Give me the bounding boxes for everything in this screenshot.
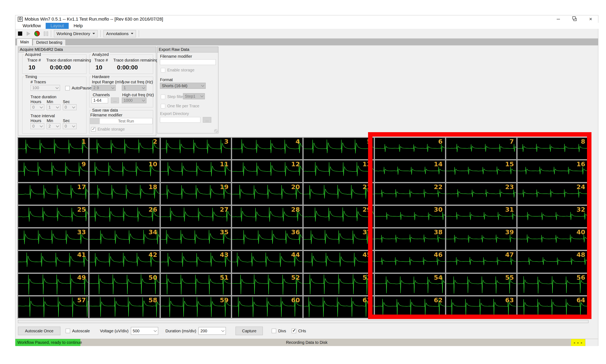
channel-cell[interactable]: 21	[303, 183, 374, 205]
step-combo[interactable]: Step1	[183, 93, 205, 99]
channel-cell[interactable]: 7	[446, 138, 516, 159]
menu-layout[interactable]: Layout	[46, 23, 69, 29]
chs-checkbox[interactable]: CHs	[292, 329, 306, 333]
channel-cell[interactable]: 4	[232, 138, 302, 159]
channel-cell[interactable]: 24	[518, 183, 588, 205]
channel-cell[interactable]: 2	[89, 138, 160, 159]
autopause-checkbox[interactable]: AutoPause	[65, 86, 92, 91]
channel-cell[interactable]: 22	[375, 183, 445, 205]
export-directory-input[interactable]	[160, 117, 200, 123]
channel-cell[interactable]: 60	[232, 296, 302, 318]
duration-hours-combo[interactable]: 0	[30, 104, 44, 110]
working-directory-button[interactable]: Working Directory	[54, 30, 97, 37]
channel-cell[interactable]: 58	[89, 296, 160, 318]
channel-cell[interactable]: 8	[518, 138, 588, 159]
close-button[interactable]: ×	[587, 16, 594, 22]
channel-cell[interactable]: 11	[161, 160, 231, 182]
channel-cell[interactable]: 43	[161, 251, 231, 273]
tab-main[interactable]: Main	[17, 39, 32, 45]
channel-cell[interactable]: 57	[18, 296, 88, 318]
panel-resize-grip[interactable]	[214, 129, 218, 133]
channel-cell[interactable]: 5	[303, 138, 374, 159]
channel-cell[interactable]: 39	[446, 228, 516, 250]
export-enable-storage-checkbox[interactable]: Enable storage	[161, 68, 194, 72]
annotations-button[interactable]: Annotations	[103, 30, 136, 37]
title-bar[interactable]: Ö Mobius Win7 0.5.1 -- Kv1.1 Test Run.mo…	[15, 15, 598, 23]
channel-cell[interactable]: 34	[89, 228, 160, 250]
autoscale-checkbox[interactable]: Autoscale	[66, 329, 90, 333]
save-filename-input[interactable]	[100, 118, 152, 124]
channel-cell[interactable]: 3	[161, 138, 231, 159]
channel-cell[interactable]: 53	[303, 274, 374, 295]
interval-hours-combo[interactable]: 0	[30, 123, 44, 129]
export-filename-input[interactable]	[160, 59, 216, 65]
divs-checkbox[interactable]: Divs	[272, 329, 286, 333]
duration-min-combo[interactable]: 1	[47, 104, 60, 110]
channel-cell[interactable]: 20	[232, 183, 302, 205]
channel-cell[interactable]: 35	[161, 228, 231, 250]
format-combo[interactable]: Shorts (16-bit)	[160, 83, 206, 89]
menu-workflow[interactable]: Workflow	[18, 23, 46, 29]
minimize-button[interactable]	[555, 16, 562, 22]
channel-cell[interactable]: 26	[89, 206, 160, 227]
channel-cell[interactable]: 54	[375, 274, 445, 295]
channel-cell[interactable]: 15	[446, 160, 516, 182]
stop-button[interactable]	[18, 31, 22, 36]
channel-cell[interactable]: 9	[18, 160, 88, 182]
num-traces-combo[interactable]: 100	[30, 85, 60, 91]
duration-sec-combo[interactable]: 0	[63, 104, 77, 110]
channel-cell[interactable]: 18	[89, 183, 160, 205]
channel-cell[interactable]: 10	[89, 160, 160, 182]
channel-cell[interactable]: 23	[446, 183, 516, 205]
channel-cell[interactable]: 52	[232, 274, 302, 295]
channel-cell[interactable]: 49	[18, 274, 88, 295]
channel-cell[interactable]: 1	[18, 138, 88, 159]
channel-cell[interactable]: 31	[446, 206, 516, 227]
restore-button[interactable]	[571, 16, 578, 22]
channel-cell[interactable]: 6	[375, 138, 445, 159]
channel-cell[interactable]: 44	[232, 251, 302, 273]
export-directory-browse-button[interactable]: ...	[203, 117, 211, 123]
interval-sec-combo[interactable]: 0	[63, 123, 77, 129]
channel-cell[interactable]: 12	[232, 160, 302, 182]
record-button[interactable]	[34, 31, 40, 36]
channel-cell[interactable]: 64	[518, 296, 588, 318]
tab-detect-beating[interactable]: Detect beating	[33, 39, 66, 45]
channel-cell[interactable]: 16	[518, 160, 588, 182]
capture-button[interactable]: Capture	[235, 327, 263, 335]
channel-cell[interactable]: 29	[303, 206, 374, 227]
channels-browse-button[interactable]: ...	[111, 97, 119, 103]
low-cut-combo[interactable]: 1	[122, 85, 146, 91]
channel-cell[interactable]: 14	[375, 160, 445, 182]
channel-cell[interactable]: 56	[518, 274, 588, 295]
channel-cell[interactable]: 33	[18, 228, 88, 250]
autoscale-once-button[interactable]: Autoscale Once	[18, 327, 60, 335]
channel-cell[interactable]: 17	[18, 183, 88, 205]
pause-button[interactable]	[44, 31, 48, 36]
channel-cell[interactable]: 30	[375, 206, 445, 227]
filename-prefix-button[interactable]	[90, 118, 99, 124]
channel-cell[interactable]: 59	[161, 296, 231, 318]
channel-cell[interactable]: 51	[161, 274, 231, 295]
channel-cell[interactable]: 48	[518, 251, 588, 273]
menu-help[interactable]: Help	[69, 23, 87, 29]
one-file-per-trace-checkbox[interactable]: One file per Trace	[161, 104, 199, 108]
high-cut-combo[interactable]: 1000	[122, 97, 146, 103]
channel-cell[interactable]: 63	[446, 296, 516, 318]
channel-cell[interactable]: 62	[375, 296, 445, 318]
save-enable-storage-checkbox[interactable]: Enable storage	[91, 127, 125, 131]
channel-cell[interactable]: 47	[446, 251, 516, 273]
channel-cell[interactable]: 41	[18, 251, 88, 273]
channel-cell[interactable]: 55	[446, 274, 516, 295]
channel-cell[interactable]: 46	[375, 251, 445, 273]
channel-cell[interactable]: 25	[18, 206, 88, 227]
channel-cell[interactable]: 36	[232, 228, 302, 250]
play-button[interactable]	[27, 31, 30, 36]
channel-cell[interactable]: 37	[303, 228, 374, 250]
channel-cell[interactable]: 38	[375, 228, 445, 250]
interval-min-combo[interactable]: 2	[47, 123, 60, 129]
voltage-combo[interactable]: 500	[131, 327, 158, 335]
input-range-combo[interactable]: 2.9	[92, 85, 116, 91]
channel-cell[interactable]: 28	[232, 206, 302, 227]
sweep-duration-combo[interactable]: 200	[199, 327, 226, 335]
